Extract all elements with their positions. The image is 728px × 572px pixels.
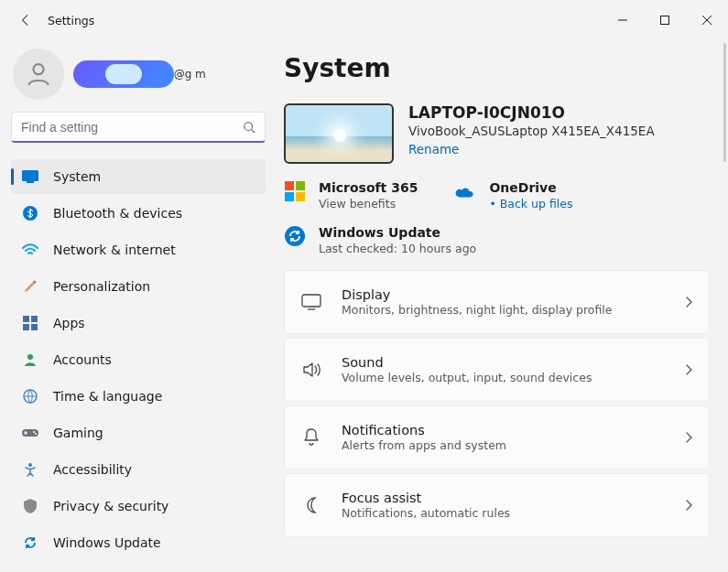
- chevron-right-icon: [685, 500, 692, 511]
- sidebar-item-label: Accessibility: [53, 462, 132, 477]
- scrollbar[interactable]: [723, 43, 726, 162]
- shield-icon: [22, 498, 38, 514]
- display-icon: [301, 294, 321, 310]
- svg-point-16: [35, 433, 37, 435]
- close-button[interactable]: [686, 5, 728, 35]
- windows-update-icon: [284, 225, 306, 247]
- card-sub: Alerts from apps and system: [342, 438, 506, 452]
- moon-icon: [301, 496, 321, 514]
- status-sub: Last checked: 10 hours ago: [319, 242, 476, 255]
- status-row-2: Windows Update Last checked: 10 hours ag…: [284, 225, 710, 255]
- card-title: Notifications: [342, 423, 506, 437]
- avatar: [13, 49, 64, 100]
- status-title: Microsoft 365: [319, 180, 418, 195]
- status-sub[interactable]: Back up files: [489, 197, 572, 210]
- accounts-icon: [22, 351, 38, 368]
- maximize-icon: [660, 16, 669, 25]
- window-controls: [602, 5, 728, 35]
- svg-rect-20: [285, 192, 294, 201]
- svg-rect-10: [23, 324, 29, 330]
- card-title: Sound: [342, 355, 592, 370]
- status-sub: View benefits: [319, 197, 418, 210]
- main-pane: System LAPTOP-I0CJN01O VivoBook_ASUSLapt…: [275, 40, 728, 572]
- settings-card-notifications[interactable]: Notifications Alerts from apps and syste…: [284, 405, 710, 469]
- card-title: Display: [342, 287, 612, 302]
- page-title: System: [284, 53, 710, 83]
- profile-block[interactable]: 2@g m: [11, 40, 266, 108]
- onedrive-icon: [454, 180, 476, 202]
- sidebar-item-personalization[interactable]: Personalization: [11, 269, 266, 304]
- search-icon: [243, 121, 255, 134]
- back-button[interactable]: [11, 5, 40, 35]
- svg-rect-21: [296, 192, 305, 201]
- card-sub: Volume levels, output, input, sound devi…: [342, 371, 592, 384]
- sidebar-item-bluetooth[interactable]: Bluetooth & devices: [11, 196, 266, 231]
- card-title: Focus assist: [342, 491, 510, 505]
- sidebar-item-windows-update[interactable]: Windows Update: [11, 525, 266, 560]
- apps-icon: [22, 315, 38, 331]
- titlebar: Settings: [0, 0, 728, 40]
- sidebar-item-system[interactable]: System: [11, 159, 266, 194]
- sidebar-item-accounts[interactable]: Accounts: [11, 342, 266, 377]
- svg-point-17: [28, 463, 32, 467]
- wifi-icon: [22, 242, 38, 258]
- sidebar-item-gaming[interactable]: Gaming: [11, 416, 266, 450]
- svg-rect-6: [27, 181, 34, 183]
- sidebar-item-privacy[interactable]: Privacy & security: [11, 489, 266, 523]
- update-icon: [22, 534, 38, 551]
- minimize-button[interactable]: [602, 5, 644, 35]
- accessibility-icon: [22, 461, 38, 478]
- bluetooth-icon: [22, 205, 38, 221]
- search-box[interactable]: [11, 112, 266, 143]
- person-icon: [24, 59, 53, 89]
- status-onedrive[interactable]: OneDrive Back up files: [454, 180, 572, 210]
- svg-rect-19: [296, 181, 305, 190]
- sidebar-item-label: Windows Update: [53, 535, 161, 550]
- sidebar-item-accessibility[interactable]: Accessibility: [11, 452, 266, 487]
- device-rename-link[interactable]: Rename: [408, 142, 655, 156]
- svg-point-2: [33, 64, 43, 74]
- minimize-icon: [618, 16, 627, 25]
- card-sub: Monitors, brightness, night light, displ…: [342, 303, 612, 317]
- bell-icon: [301, 427, 321, 448]
- svg-rect-1: [661, 16, 669, 25]
- sidebar-item-label: Gaming: [53, 426, 103, 440]
- sidebar-item-network[interactable]: Network & internet: [11, 232, 266, 267]
- device-model: VivoBook_ASUSLaptop X415EA_X415EA: [408, 124, 655, 138]
- sidebar-item-label: Apps: [53, 316, 85, 330]
- svg-line-4: [252, 129, 255, 133]
- gaming-icon: [22, 425, 38, 441]
- device-name: LAPTOP-I0CJN01O: [408, 103, 655, 122]
- svg-rect-8: [23, 316, 29, 322]
- status-title: Windows Update: [319, 225, 476, 240]
- sidebar-item-apps[interactable]: Apps: [11, 306, 266, 340]
- status-title: OneDrive: [489, 180, 572, 195]
- sidebar-nav: System Bluetooth & devices Network & int…: [11, 159, 266, 560]
- microsoft-365-icon: [284, 180, 306, 202]
- window-title: Settings: [48, 14, 94, 27]
- sidebar-item-label: Personalization: [53, 279, 150, 294]
- sidebar-item-label: Time & language: [53, 389, 162, 404]
- chevron-right-icon: [685, 432, 692, 443]
- svg-point-12: [27, 354, 33, 360]
- sidebar-item-time-language[interactable]: Time & language: [11, 379, 266, 414]
- card-sub: Notifications, automatic rules: [342, 506, 510, 520]
- settings-card-focus-assist[interactable]: Focus assist Notifications, automatic ru…: [284, 473, 710, 537]
- arrow-left-icon: [19, 14, 32, 27]
- status-ms365[interactable]: Microsoft 365 View benefits: [284, 180, 418, 210]
- sidebar-item-label: Bluetooth & devices: [53, 206, 182, 221]
- svg-rect-9: [31, 316, 38, 322]
- device-wallpaper-thumb[interactable]: [284, 103, 394, 164]
- svg-point-22: [285, 226, 305, 246]
- search-input[interactable]: [21, 120, 243, 135]
- sidebar-item-label: Accounts: [53, 352, 112, 367]
- status-row: Microsoft 365 View benefits OneDrive Bac…: [284, 180, 710, 210]
- status-windows-update[interactable]: Windows Update Last checked: 10 hours ag…: [284, 225, 476, 255]
- profile-badge: [73, 60, 174, 88]
- settings-card-sound[interactable]: Sound Volume levels, output, input, soun…: [284, 338, 710, 402]
- svg-rect-23: [302, 295, 321, 307]
- globe-icon: [22, 388, 38, 405]
- svg-point-3: [244, 122, 253, 130]
- settings-card-display[interactable]: Display Monitors, brightness, night ligh…: [284, 270, 710, 334]
- maximize-button[interactable]: [644, 5, 686, 35]
